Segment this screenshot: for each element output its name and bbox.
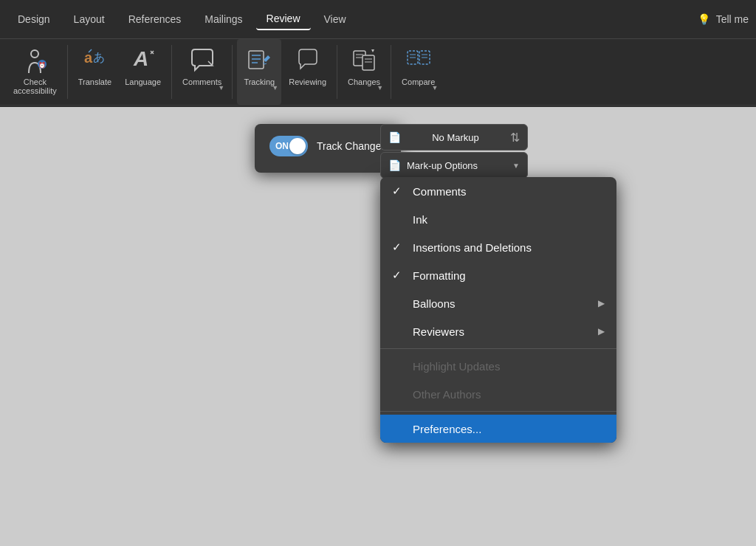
tracking-dropdown-arrow: ▼ [272, 84, 278, 91]
tracking-label: Tracking [244, 77, 275, 86]
menu-other-authors-label: Other Authors [413, 388, 481, 401]
translate-label: Translate [78, 77, 111, 86]
menu-item-reviewers[interactable]: ✓ Reviewers ▶ [380, 317, 616, 345]
sep-1 [67, 45, 68, 99]
menu-formatting-label: Formatting [413, 269, 466, 282]
sep-4 [337, 45, 337, 99]
svg-rect-13 [362, 55, 374, 70]
svg-text:あ: あ [93, 51, 105, 63]
changes-icon [348, 44, 380, 76]
tab-design[interactable]: Design [7, 9, 61, 30]
check-accessibility-icon: ⏰ [18, 44, 51, 76]
menu-item-preferences[interactable]: ✓ Preferences... [380, 415, 616, 443]
tracking-icon [243, 44, 275, 76]
check-balloons-icon: ✓ [392, 297, 405, 310]
toggle-on-label: ON [275, 141, 289, 151]
markup-options-button[interactable]: 📄 Mark-up Options ▼ [380, 152, 528, 179]
comments-label: Comments [182, 77, 221, 86]
compare-icon [402, 44, 435, 76]
menu-item-insertions-deletions[interactable]: ✓ Insertions and Deletions [380, 233, 616, 261]
sep-3 [232, 45, 233, 99]
menu-item-ink[interactable]: ✓ Ink [380, 205, 616, 233]
check-preferences-icon: ✓ [392, 422, 405, 435]
reviewing-group[interactable]: Reviewing [283, 39, 332, 105]
menu-reviewers-label: Reviewers [413, 325, 464, 338]
comments-group[interactable]: Comments ▼ [176, 39, 227, 105]
markup-options-arrow: ▼ [512, 162, 520, 170]
markup-dropdown-area: 📄 No Markup ⇅ 📄 Mark-up Options ▼ [380, 124, 528, 179]
tracking-group[interactable]: Tracking ▼ [237, 39, 281, 105]
language-group[interactable]: A Language [119, 39, 167, 105]
changes-group[interactable]: Changes ▼ [342, 39, 386, 105]
track-changes-label: Track Changes [317, 140, 386, 152]
menu-item-other-authors: ✓ Other Authors [380, 380, 616, 408]
reviewing-label: Reviewing [289, 77, 326, 86]
tab-layout[interactable]: Layout [63, 9, 115, 30]
check-accessibility-label: Checkaccessibility [13, 77, 57, 95]
tab-view[interactable]: View [314, 9, 357, 30]
markup-options-icon: 📄 [388, 159, 401, 171]
toggle-knob [289, 138, 306, 154]
tab-mailings[interactable]: Mailings [194, 9, 252, 30]
menu-insertions-label: Insertions and Deletions [413, 241, 532, 254]
compare-group[interactable]: Compare ▼ [396, 39, 441, 105]
menu-comments-label: Comments [413, 185, 467, 198]
tab-review[interactable]: Review [256, 8, 311, 30]
language-icon: A [127, 44, 159, 76]
tell-me-label[interactable]: Tell me [716, 13, 749, 25]
reviewing-icon [292, 44, 324, 76]
markup-options-text: Mark-up Options [407, 160, 478, 171]
sep-5 [391, 45, 391, 99]
compare-dropdown-arrow: ▼ [431, 84, 438, 91]
svg-text:A: A [133, 47, 148, 70]
menu-balloons-label: Balloons [413, 297, 456, 310]
menu-ink-label: Ink [413, 213, 427, 226]
svg-rect-6 [249, 51, 264, 69]
compare-label: Compare [402, 77, 435, 86]
menu-highlight-label: Highlight Updates [413, 360, 500, 373]
changes-dropdown-arrow: ▼ [377, 84, 383, 91]
context-menu: ✓ Comments ✓ Ink ✓ Insertions and Deleti… [380, 177, 616, 443]
reviewers-submenu-arrow: ▶ [598, 326, 605, 336]
no-markup-spinner: ⇅ [510, 131, 520, 145]
check-insertions-icon: ✓ [392, 241, 405, 254]
check-reviewers-icon: ✓ [392, 325, 405, 338]
check-comments-icon: ✓ [392, 184, 405, 198]
changes-label: Changes [348, 77, 380, 86]
lightbulb-icon: 💡 [698, 13, 710, 25]
ribbon-tabs-bar: Design Layout References Mailings Review… [0, 0, 756, 39]
check-accessibility-group[interactable]: ⏰ Checkaccessibility [7, 39, 63, 105]
menu-item-balloons[interactable]: ✓ Balloons ▶ [380, 289, 616, 317]
menu-item-highlight-updates: ✓ Highlight Updates [380, 352, 616, 380]
overlay [0, 107, 756, 546]
track-changes-popup: ON Track Changes [255, 124, 401, 173]
no-markup-dropdown[interactable]: 📄 No Markup ⇅ [380, 124, 528, 151]
comments-dropdown-arrow: ▼ [218, 84, 224, 91]
check-other-authors-icon: ✓ [392, 387, 405, 401]
language-label: Language [125, 77, 161, 86]
comments-icon [186, 44, 219, 76]
tab-references[interactable]: References [118, 9, 192, 30]
menu-preferences-label: Preferences... [413, 423, 481, 435]
svg-point-0 [31, 50, 38, 58]
check-formatting-icon: ✓ [392, 269, 405, 282]
menu-item-comments[interactable]: ✓ Comments [380, 177, 616, 205]
ribbon-content: ⏰ Checkaccessibility a あ Translate A Lan… [0, 39, 756, 106]
check-ink-icon: ✓ [392, 212, 405, 226]
sep-2 [171, 45, 172, 99]
menu-sep-1 [380, 348, 616, 349]
svg-text:⏰: ⏰ [38, 61, 46, 69]
menu-item-formatting[interactable]: ✓ Formatting [380, 261, 616, 289]
no-markup-doc-icon: 📄 [388, 131, 401, 143]
menu-sep-2 [380, 411, 616, 412]
translate-icon: a あ [78, 44, 111, 76]
check-highlight-icon: ✓ [392, 359, 405, 373]
balloons-submenu-arrow: ▶ [598, 298, 605, 308]
track-changes-toggle[interactable]: ON [269, 136, 308, 156]
translate-group[interactable]: a あ Translate [72, 39, 117, 105]
no-markup-text: No Markup [432, 132, 479, 143]
